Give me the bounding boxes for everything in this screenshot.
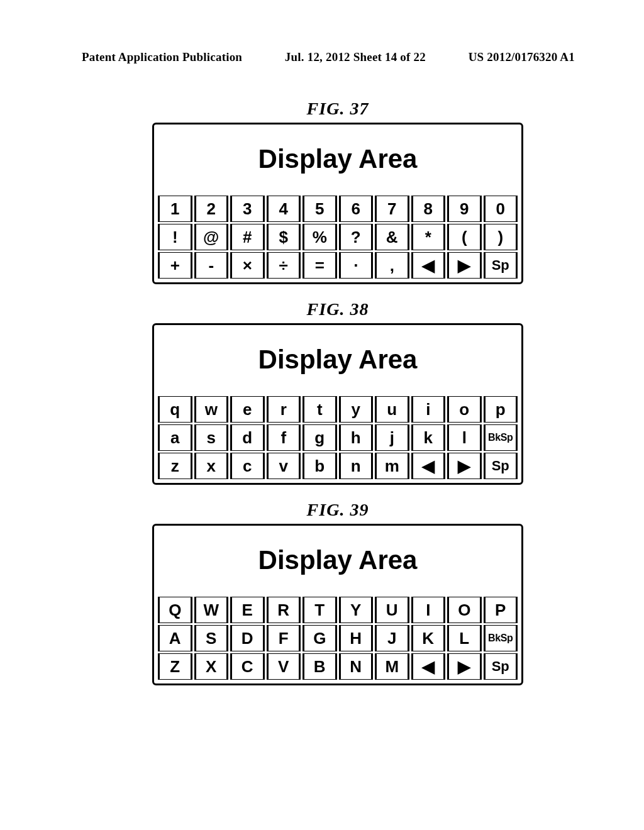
key-row: 1 2 3 4 5 6 7 8 9 0 — [158, 196, 518, 222]
key[interactable]: c — [230, 453, 265, 479]
key[interactable]: ( — [447, 224, 482, 250]
key[interactable]: e — [230, 396, 265, 423]
key[interactable]: 3 — [230, 196, 265, 222]
key[interactable]: 8 — [411, 196, 446, 222]
figure-label: FIG. 38 — [307, 299, 369, 319]
key[interactable]: v — [267, 453, 301, 479]
key[interactable]: L — [447, 625, 482, 651]
key[interactable]: ÷ — [267, 252, 301, 279]
key[interactable]: 2 — [194, 196, 229, 222]
key-left-arrow[interactable]: ◀ — [411, 252, 446, 279]
key[interactable]: G — [303, 625, 337, 651]
key[interactable]: 1 — [158, 196, 192, 222]
key[interactable]: m — [375, 453, 409, 479]
key-row: Q W E R T Y U I O P — [158, 597, 518, 623]
key[interactable]: + — [158, 252, 192, 279]
key[interactable]: 7 — [375, 196, 409, 222]
key[interactable]: P — [484, 597, 518, 623]
key-space[interactable]: Sp — [484, 653, 518, 680]
key[interactable]: S — [194, 625, 229, 651]
key[interactable]: C — [230, 653, 265, 680]
key[interactable]: N — [339, 653, 374, 680]
key[interactable]: s — [194, 424, 229, 451]
key[interactable]: D — [230, 625, 265, 651]
key[interactable]: ! — [158, 224, 192, 250]
key[interactable]: J — [375, 625, 409, 651]
key-row: A S D F G H J K L BkSp — [158, 625, 518, 651]
key[interactable]: x — [194, 453, 229, 479]
key[interactable]: b — [303, 453, 337, 479]
key[interactable]: I — [411, 597, 446, 623]
figure-label: FIG. 39 — [307, 500, 369, 520]
key-left-arrow[interactable]: ◀ — [411, 453, 446, 479]
key[interactable]: 5 — [303, 196, 337, 222]
key[interactable]: a — [158, 424, 192, 451]
key-space[interactable]: Sp — [484, 453, 518, 479]
header-center: Jul. 12, 2012 Sheet 14 of 22 — [285, 50, 426, 64]
key[interactable]: E — [230, 597, 265, 623]
key[interactable]: d — [230, 424, 265, 451]
key[interactable]: X — [194, 653, 229, 680]
patent-page: Patent Application Publication Jul. 12, … — [0, 0, 644, 830]
key[interactable]: u — [375, 396, 409, 423]
key[interactable]: M — [375, 653, 409, 680]
figures-container: FIG. 37 Display Area 1 2 3 4 5 6 7 8 9 0… — [101, 99, 575, 685]
key-backspace[interactable]: BkSp — [484, 424, 518, 451]
key[interactable]: U — [375, 597, 409, 623]
key-backspace[interactable]: BkSp — [484, 625, 518, 651]
key[interactable]: · — [339, 252, 374, 279]
key[interactable]: i — [411, 396, 446, 423]
key[interactable]: K — [411, 625, 446, 651]
key[interactable]: q — [158, 396, 192, 423]
key[interactable]: , — [375, 252, 409, 279]
key-space[interactable]: Sp — [484, 252, 518, 279]
key[interactable]: h — [339, 424, 374, 451]
key[interactable]: V — [267, 653, 301, 680]
key[interactable]: @ — [194, 224, 229, 250]
key[interactable]: 4 — [267, 196, 301, 222]
key-right-arrow[interactable]: ▶ — [447, 453, 482, 479]
key[interactable]: T — [303, 597, 337, 623]
key[interactable]: ) — [484, 224, 518, 250]
key[interactable]: o — [447, 396, 482, 423]
key[interactable]: & — [375, 224, 409, 250]
key[interactable]: 0 — [484, 196, 518, 222]
key[interactable]: H — [339, 625, 374, 651]
key-row: q w e r t y u i o p — [158, 396, 518, 423]
key[interactable]: # — [230, 224, 265, 250]
key[interactable]: 9 — [447, 196, 482, 222]
key-right-arrow[interactable]: ▶ — [447, 252, 482, 279]
key[interactable]: * — [411, 224, 446, 250]
key[interactable]: Y — [339, 597, 374, 623]
key-right-arrow[interactable]: ▶ — [447, 653, 482, 680]
key[interactable]: × — [230, 252, 265, 279]
key[interactable]: t — [303, 396, 337, 423]
page-header: Patent Application Publication Jul. 12, … — [82, 50, 575, 64]
key[interactable]: ? — [339, 224, 374, 250]
key[interactable]: Q — [158, 597, 192, 623]
key[interactable]: $ — [267, 224, 301, 250]
key[interactable]: y — [339, 396, 374, 423]
key[interactable]: A — [158, 625, 192, 651]
key[interactable]: l — [447, 424, 482, 451]
key[interactable]: z — [158, 453, 192, 479]
key[interactable]: W — [194, 597, 229, 623]
key[interactable]: p — [484, 396, 518, 423]
key[interactable]: f — [267, 424, 301, 451]
key[interactable]: k — [411, 424, 446, 451]
key[interactable]: B — [303, 653, 337, 680]
key[interactable]: n — [339, 453, 374, 479]
key[interactable]: r — [267, 396, 301, 423]
key[interactable]: j — [375, 424, 409, 451]
key[interactable]: = — [303, 252, 337, 279]
key[interactable]: F — [267, 625, 301, 651]
key[interactable]: 6 — [339, 196, 374, 222]
key[interactable]: - — [194, 252, 229, 279]
key[interactable]: O — [447, 597, 482, 623]
key[interactable]: w — [194, 396, 229, 423]
key[interactable]: Z — [158, 653, 192, 680]
key[interactable]: g — [303, 424, 337, 451]
key-left-arrow[interactable]: ◀ — [411, 653, 446, 680]
key[interactable]: % — [303, 224, 337, 250]
key[interactable]: R — [267, 597, 301, 623]
